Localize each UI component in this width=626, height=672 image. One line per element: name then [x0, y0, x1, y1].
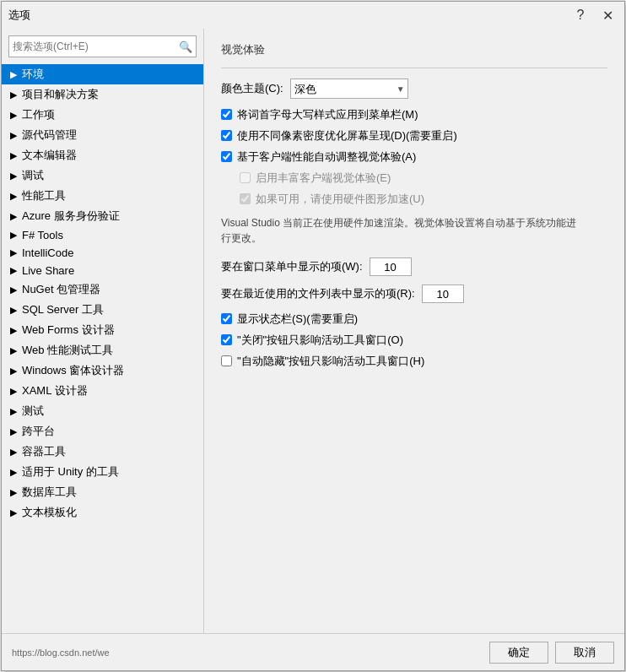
- sub-checkboxes: 启用丰富客户端视觉体验(E)如果可用，请使用硬件图形加速(U): [221, 171, 607, 207]
- search-input[interactable]: [13, 41, 179, 52]
- nav-item-label: Web 性能测试工具: [22, 343, 198, 358]
- recent-files-input[interactable]: [422, 285, 464, 303]
- footer-url: https://blog.csdn.net/we: [12, 648, 110, 658]
- nav-item-xaml[interactable]: ▶XAML 设计器: [2, 381, 203, 401]
- bottom-checkboxes: 显示状态栏(S)(需要重启)"关闭"按钮只影响活动工具窗口(O)"自动隐藏"按钮…: [221, 312, 607, 369]
- nav-item-nuget[interactable]: ▶NuGet 包管理器: [2, 279, 203, 300]
- nav-item-label: Azure 服务身份验证: [22, 209, 198, 224]
- checkbox-capitalize[interactable]: [221, 109, 232, 120]
- nav-arrow-icon: ▶: [10, 487, 22, 498]
- nav-item-label: 项目和解决方案: [22, 87, 198, 102]
- ok-button[interactable]: 确定: [489, 642, 548, 664]
- recent-files-label: 要在最近使用的文件列表中显示的项(R):: [221, 286, 415, 301]
- nav-arrow-icon: ▶: [10, 247, 22, 258]
- left-panel: 🔍 ▶环境▶项目和解决方案▶工作项▶源代码管理▶文本编辑器▶调试▶性能工具▶Az…: [2, 29, 204, 633]
- nav-item-label: IntelliCode: [22, 247, 198, 259]
- nav-item-label: 文本模板化: [22, 505, 198, 520]
- nav-item-label: 环境: [22, 67, 198, 82]
- nav-item-label: SQL Server 工具: [22, 302, 198, 317]
- search-box[interactable]: 🔍: [8, 35, 197, 57]
- checkbox-row-autoadjust: 基于客户端性能自动调整视觉体验(A): [221, 149, 607, 165]
- nav-item-label: 工作项: [22, 107, 198, 122]
- nav-arrow-icon: ▶: [10, 191, 22, 202]
- nav-arrow-icon: ▶: [10, 110, 22, 121]
- titlebar: 选项 ? ✕: [2, 2, 624, 29]
- checkbox-pixeldensity[interactable]: [221, 130, 232, 141]
- nav-item-unity[interactable]: ▶适用于 Unity 的工具: [2, 462, 203, 482]
- nav-arrow-icon: ▶: [10, 345, 22, 356]
- help-button[interactable]: ?: [570, 5, 591, 25]
- nav-item-work[interactable]: ▶工作项: [2, 105, 203, 125]
- bottom-checkbox-close_active[interactable]: [221, 334, 232, 345]
- nav-item-webforms[interactable]: ▶Web Forms 设计器: [2, 320, 203, 340]
- sub-checkbox-hwaccel[interactable]: [240, 193, 251, 204]
- sub-checkbox-richclient[interactable]: [240, 172, 251, 183]
- nav-item-label: 容器工具: [22, 444, 198, 459]
- bottom-checkbox-label-statusbar: 显示状态栏(S)(需要重启): [237, 312, 358, 327]
- nav-item-project[interactable]: ▶项目和解决方案: [2, 84, 203, 105]
- close-button[interactable]: ✕: [597, 5, 618, 25]
- nav-arrow-icon: ▶: [10, 171, 22, 182]
- nav-item-sqlserver[interactable]: ▶SQL Server 工具: [2, 300, 203, 320]
- nav-arrow-icon: ▶: [10, 150, 22, 161]
- nav-item-label: 性能工具: [22, 188, 198, 203]
- nav-item-database[interactable]: ▶数据库工具: [2, 482, 203, 502]
- nav-arrow-icon: ▶: [10, 507, 22, 518]
- nav-item-webperf[interactable]: ▶Web 性能测试工具: [2, 340, 203, 360]
- nav-item-label: 文本编辑器: [22, 148, 198, 163]
- nav-item-env[interactable]: ▶环境: [2, 64, 203, 84]
- nav-arrow-icon: ▶: [10, 69, 22, 80]
- nav-item-liveshare[interactable]: ▶Live Share: [2, 262, 203, 279]
- recent-files-row: 要在最近使用的文件列表中显示的项(R):: [221, 285, 607, 303]
- nav-arrow-icon: ▶: [10, 265, 22, 276]
- color-theme-select-wrapper: 深色浅色蓝色蓝色(额外对比度) ▼: [290, 79, 408, 99]
- section-divider: [221, 68, 607, 68]
- nav-item-fsharp[interactable]: ▶F# Tools: [2, 226, 203, 244]
- nav-item-label: Live Share: [22, 264, 198, 277]
- window-menu-input[interactable]: [370, 257, 412, 276]
- window-menu-label: 要在窗口菜单中显示的项(W):: [221, 259, 363, 274]
- bottom-checkbox-row-close_active: "关闭"按钮只影响活动工具窗口(O): [221, 333, 607, 348]
- nav-item-label: F# Tools: [22, 229, 198, 241]
- sub-checkbox-label-richclient: 启用丰富客户端视觉体验(E): [256, 171, 391, 186]
- color-theme-label: 颜色主题(C):: [221, 81, 283, 96]
- bottom-checkbox-statusbar[interactable]: [221, 313, 232, 324]
- right-panel: 视觉体验 颜色主题(C): 深色浅色蓝色蓝色(额外对比度) ▼ 将词首字母大写样…: [204, 29, 624, 633]
- color-theme-select[interactable]: 深色浅色蓝色蓝色(额外对比度): [290, 79, 408, 99]
- nav-item-label: XAML 设计器: [22, 383, 198, 398]
- search-icon[interactable]: 🔍: [179, 41, 192, 53]
- nav-arrow-icon: ▶: [10, 130, 22, 141]
- nav-item-test[interactable]: ▶测试: [2, 401, 203, 421]
- cancel-button[interactable]: 取消: [555, 642, 614, 664]
- checkbox-label-autoadjust: 基于客户端性能自动调整视觉体验(A): [237, 149, 416, 165]
- bottom-checkbox-auto_hide[interactable]: [221, 355, 232, 366]
- window-menu-row: 要在窗口菜单中显示的项(W):: [221, 257, 607, 276]
- nav-arrow-icon: ▶: [10, 426, 22, 437]
- sub-checkbox-row-richclient: 启用丰富客户端视觉体验(E): [221, 171, 607, 186]
- checkbox-row-pixeldensity: 使用不同像素密度优化屏幕呈现(D)(需要重启): [221, 128, 607, 144]
- nav-arrow-icon: ▶: [10, 386, 22, 397]
- nav-item-perf[interactable]: ▶性能工具: [2, 186, 203, 206]
- dialog-body: 🔍 ▶环境▶项目和解决方案▶工作项▶源代码管理▶文本编辑器▶调试▶性能工具▶Az…: [2, 29, 624, 633]
- main-checkboxes: 将词首字母大写样式应用到菜单栏(M)使用不同像素密度优化屏幕呈现(D)(需要重启…: [221, 107, 607, 165]
- nav-item-source[interactable]: ▶源代码管理: [2, 125, 203, 145]
- nav-item-crossplatform[interactable]: ▶跨平台: [2, 421, 203, 442]
- nav-item-winforms[interactable]: ▶Windows 窗体设计器: [2, 360, 203, 381]
- checkbox-label-capitalize: 将词首字母大写样式应用到菜单栏(M): [237, 107, 418, 122]
- nav-arrow-icon: ▶: [10, 305, 22, 316]
- dialog-title: 选项: [8, 8, 30, 23]
- nav-item-azure[interactable]: ▶Azure 服务身份验证: [2, 206, 203, 226]
- nav-item-template[interactable]: ▶文本模板化: [2, 502, 203, 523]
- nav-item-texteditor[interactable]: ▶文本编辑器: [2, 145, 203, 165]
- nav-item-label: 调试: [22, 168, 198, 183]
- nav-item-intellicode[interactable]: ▶IntelliCode: [2, 244, 203, 262]
- checkbox-autoadjust[interactable]: [221, 151, 232, 162]
- color-theme-row: 颜色主题(C): 深色浅色蓝色蓝色(额外对比度) ▼: [221, 79, 607, 99]
- nav-arrow-icon: ▶: [10, 325, 22, 336]
- nav-item-debug[interactable]: ▶调试: [2, 165, 203, 186]
- nav-item-label: NuGet 包管理器: [22, 282, 198, 297]
- nav-item-label: 跨平台: [22, 424, 198, 439]
- nav-item-container[interactable]: ▶容器工具: [2, 442, 203, 462]
- sub-checkbox-label-hwaccel: 如果可用，请使用硬件图形加速(U): [256, 192, 424, 207]
- info-text: Visual Studio 当前正在使用硬件加速渲染。视觉体验设置将自动基于系统…: [221, 215, 584, 246]
